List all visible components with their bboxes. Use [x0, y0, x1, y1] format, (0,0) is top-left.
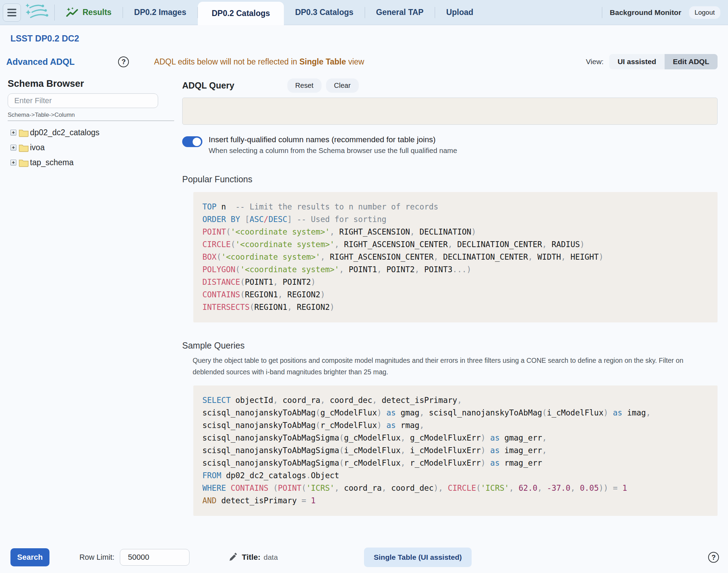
mode-row: Advanced ADQL ? ADQL edits below will no… — [6, 54, 718, 69]
advanced-adql-title: Advanced ADQL — [6, 57, 75, 67]
view-toggle: UI assisted Edit ADQL — [609, 54, 718, 69]
adql-warning-text: ADQL edits below will not be reflected i… — [154, 57, 364, 67]
tree-item-tap-schema[interactable]: + tap_schema — [8, 155, 182, 170]
tab-dp03-catalogs[interactable]: DP0.3 Catalogs — [284, 0, 364, 25]
fully-qualified-toggle-row: Insert fully-qualified column names (rec… — [182, 135, 718, 155]
expand-plus-icon[interactable]: + — [10, 130, 16, 136]
main-content: LSST DP0.2 DC2 Advanced ADQL ? ADQL edit… — [0, 25, 728, 542]
divider — [602, 7, 602, 18]
expand-plus-icon[interactable]: + — [10, 160, 16, 166]
app-logo-icon — [25, 0, 51, 25]
tab-dp02-catalogs-active[interactable]: DP0.2 Catalogs — [198, 2, 284, 25]
tree-item-label: ivoa — [30, 143, 45, 152]
folder-icon — [18, 129, 29, 137]
hamburger-menu-icon[interactable] — [3, 3, 21, 22]
clear-button[interactable]: Clear — [326, 78, 359, 93]
title-label: Title: — [242, 553, 260, 562]
schema-tree: + dp02_dc2_catalogs + ivoa + — [8, 125, 182, 170]
tab-upload[interactable]: Upload — [435, 0, 485, 25]
tree-item-dp02-dc2-catalogs[interactable]: + dp02_dc2_catalogs — [8, 125, 182, 140]
view-ui-assisted-button[interactable]: UI assisted — [609, 54, 665, 69]
tab-dp02-images[interactable]: DP0.2 Images — [123, 0, 198, 25]
expand-plus-icon[interactable]: + — [10, 145, 16, 151]
adql-panel: ADQL Query Reset Clear Insert fully-qual… — [182, 78, 728, 516]
edit-title-pencil-icon[interactable] — [229, 553, 238, 562]
toggle-hint: When selecting a column from the Schema … — [209, 146, 457, 155]
row-limit-label: Row Limit: — [79, 553, 114, 562]
row-limit-input[interactable] — [120, 549, 189, 566]
tree-item-ivoa[interactable]: + ivoa — [8, 140, 182, 155]
schema-browser-title: Schema Browser — [8, 78, 182, 89]
folder-icon — [18, 159, 29, 167]
schema-browser-panel: Schema Browser Schema->Table->Column + d… — [0, 78, 182, 516]
top-navigation-bar: Results DP0.2 Images DP0.2 Catalogs DP0.… — [0, 0, 728, 25]
sample-queries-title: Sample Queries — [182, 341, 718, 351]
tree-item-label: tap_schema — [30, 158, 73, 167]
service-title: LSST DP0.2 DC2 — [10, 33, 728, 44]
adql-query-textarea[interactable] — [182, 98, 718, 125]
folder-icon — [18, 144, 29, 152]
single-table-button[interactable]: Single Table (UI assisted) — [364, 548, 472, 567]
fully-qualified-toggle[interactable] — [182, 136, 202, 147]
toggle-label: Insert fully-qualified column names (rec… — [209, 135, 457, 144]
reset-button[interactable]: Reset — [287, 78, 322, 93]
tab-results-label: Results — [83, 8, 111, 17]
schema-hierarchy-hint: Schema->Table->Column — [8, 112, 174, 121]
view-edit-adql-button[interactable]: Edit ADQL — [665, 54, 718, 69]
adql-help-icon[interactable]: ? — [118, 56, 129, 67]
sample-query-description: Query the object table to get positions … — [193, 355, 715, 378]
sample-query-code[interactable]: SELECT objectId, coord_ra, coord_dec, de… — [193, 385, 718, 516]
view-label: View: — [586, 58, 604, 66]
logout-button[interactable]: Logout — [689, 6, 720, 19]
footer-help-icon[interactable]: ? — [708, 552, 719, 563]
title-value: data — [264, 553, 278, 561]
popular-functions-title: Popular Functions — [182, 174, 718, 184]
toggle-knob — [193, 138, 201, 146]
tab-results[interactable]: Results — [55, 0, 123, 25]
background-monitor-button[interactable]: Background Monitor — [610, 8, 681, 17]
results-chart-icon — [66, 7, 78, 18]
adql-query-title: ADQL Query — [182, 81, 234, 91]
search-button[interactable]: Search — [10, 548, 49, 566]
footer-bar: Search Row Limit: Title: data Single Tab… — [0, 542, 728, 573]
tree-item-label: dp02_dc2_catalogs — [30, 128, 100, 137]
tab-general-tap[interactable]: General TAP — [365, 0, 435, 25]
popular-functions-code: TOP n -- Limit the results to n number o… — [193, 192, 718, 322]
schema-filter-input[interactable] — [8, 93, 158, 108]
